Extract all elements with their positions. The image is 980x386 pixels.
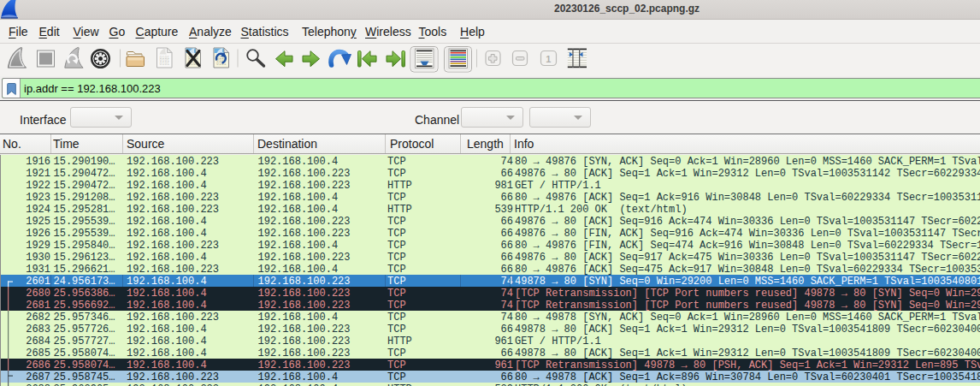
svg-text:0101: 0101 (160, 62, 170, 66)
svg-text:1: 1 (546, 54, 551, 64)
